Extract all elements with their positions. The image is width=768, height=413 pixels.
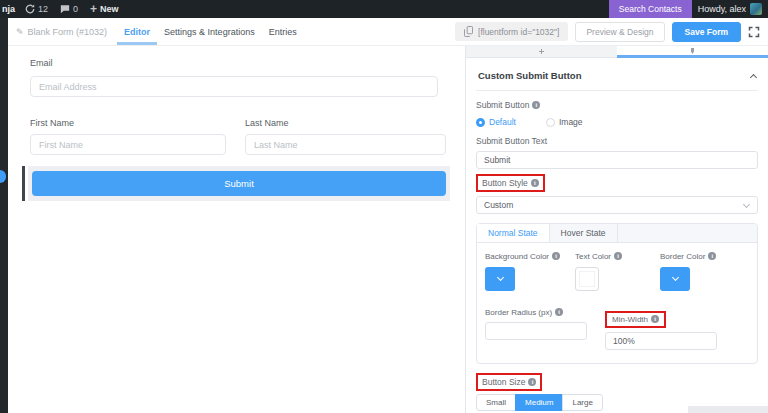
new-content-menu[interactable]: + New [84, 0, 125, 18]
radio-dot [546, 118, 555, 127]
preview-design-button[interactable]: Preview & Design [575, 22, 664, 42]
first-name-field-label: First Name [30, 118, 74, 128]
border-radius-input[interactable] [485, 322, 587, 340]
first-name-field[interactable] [30, 134, 226, 155]
button-size-label: Button Size [482, 377, 536, 387]
border-radius-label: Border Radius (px) [485, 308, 605, 317]
tab-input-fields[interactable] [466, 46, 617, 58]
comments-count: 0 [73, 4, 78, 14]
size-large-button[interactable]: Large [562, 394, 602, 411]
submit-button-text-label: Submit Button Text [476, 136, 758, 146]
info-icon [614, 252, 622, 260]
tab-customization[interactable] [617, 46, 768, 58]
size-medium-button[interactable]: Medium [515, 394, 563, 411]
form-title[interactable]: ✎ Blank Form (#1032) [8, 27, 117, 37]
text-color-group: Text Color [575, 252, 660, 295]
selected-element-bar [22, 166, 25, 201]
size-small-button[interactable]: Small [476, 394, 516, 411]
avatar [750, 3, 762, 15]
chevron-down-icon [496, 273, 503, 280]
info-icon [555, 308, 563, 316]
howdy-label: Howdy, alex [698, 4, 746, 14]
border-color-group: Border Color [660, 252, 749, 295]
state-tabs: Normal State Hover State [477, 224, 757, 243]
panel-body: Custom Submit Button Submit Button Defau… [466, 58, 768, 413]
shortcode-copy-button[interactable]: [fluentform id="1032"] [455, 22, 568, 41]
site-name-menu[interactable]: nja [0, 4, 19, 14]
text-color-picker[interactable] [575, 267, 599, 291]
tab-normal-state[interactable]: Normal State [477, 224, 550, 242]
color-settings-row: Background Color Text Color Border Color [485, 252, 749, 295]
fullscreen-button[interactable] [748, 26, 760, 38]
radio-dot [476, 118, 485, 127]
form-editor-toolbar: ✎ Blank Form (#1032) Editor Settings & I… [8, 18, 768, 46]
info-icon [651, 315, 659, 323]
last-name-field[interactable] [245, 134, 446, 155]
section-header[interactable]: Custom Submit Button [476, 58, 758, 91]
updates-indicator[interactable]: 12 [19, 0, 54, 18]
background-color-picker[interactable] [485, 267, 515, 291]
button-style-select[interactable]: Custom [476, 196, 758, 214]
wp-side-rail [0, 18, 8, 413]
button-style-value: Custom [484, 200, 513, 210]
fields-tab-icon [539, 49, 544, 54]
customization-tab-icon [690, 48, 695, 54]
wp-admin-bar: nja 12 0 + New Search Contacts Howdy, al… [0, 0, 768, 18]
tab-hover-state[interactable]: Hover State [550, 224, 618, 242]
updates-count: 12 [38, 4, 48, 14]
tab-entries[interactable]: Entries [262, 18, 304, 45]
copy-icon [464, 26, 473, 37]
border-color-picker[interactable] [660, 267, 690, 291]
tab-editor[interactable]: Editor [117, 18, 157, 45]
submit-button-preview[interactable]: Submit [32, 171, 446, 196]
submit-button-setting-label: Submit Button [476, 100, 758, 110]
editor-sidebar-panel: Custom Submit Button Submit Button Defau… [465, 46, 768, 413]
howdy-account-menu[interactable]: Howdy, alex [692, 3, 768, 15]
plus-icon: + [90, 4, 97, 14]
chevron-up-icon [750, 73, 757, 80]
info-icon [532, 101, 540, 109]
sidebar-tabs [466, 46, 768, 58]
fullscreen-icon [748, 26, 760, 38]
info-icon [708, 252, 716, 260]
chevron-down-icon [743, 200, 750, 207]
background-color-label: Background Color [485, 252, 575, 261]
min-width-group: Min-Width [605, 308, 749, 350]
search-contacts-button[interactable]: Search Contacts [609, 0, 692, 18]
submit-button-text-input[interactable] [476, 151, 758, 169]
background-color-group: Background Color [485, 252, 575, 295]
chevron-down-icon [671, 273, 678, 280]
text-color-label: Text Color [575, 252, 660, 261]
button-state-panel: Normal State Hover State Background Colo… [476, 223, 758, 364]
min-width-label: Min-Width [612, 315, 659, 324]
border-radius-group: Border Radius (px) [485, 308, 605, 350]
bottom-corner-strip [688, 406, 768, 413]
comments-indicator[interactable]: 0 [54, 0, 84, 18]
tab-settings-integrations[interactable]: Settings & Integrations [157, 18, 262, 45]
button-style-label: Button Style [482, 178, 539, 188]
radio-default[interactable]: Default [476, 117, 516, 127]
email-field-label: Email [30, 58, 53, 68]
new-label: New [100, 4, 119, 14]
save-form-button[interactable]: Save Form [672, 22, 741, 42]
pencil-icon: ✎ [16, 27, 24, 37]
toolbar-actions: [fluentform id="1032"] Preview & Design … [455, 22, 768, 42]
min-width-annotation: Min-Width [605, 311, 666, 328]
email-field[interactable] [30, 76, 438, 97]
state-panel-body: Background Color Text Color Border Color [477, 243, 757, 363]
comment-icon [60, 4, 70, 14]
button-size-annotation: Button Size [476, 373, 542, 391]
update-icon [25, 4, 35, 14]
info-icon [528, 378, 536, 386]
form-canvas: Email First Name Last Name Submit [8, 46, 465, 413]
border-color-label: Border Color [660, 252, 749, 261]
shortcode-label: [fluentform id="1032"] [478, 27, 559, 37]
form-title-label: Blank Form (#1032) [28, 27, 108, 37]
submit-type-radio-group: Default Image [476, 117, 758, 127]
button-style-annotation: Button Style [476, 174, 545, 192]
info-icon [531, 179, 539, 187]
info-icon [552, 252, 560, 260]
size-settings-row: Border Radius (px) Min-Width [485, 308, 749, 350]
min-width-input[interactable] [605, 332, 717, 350]
radio-image[interactable]: Image [546, 117, 583, 127]
